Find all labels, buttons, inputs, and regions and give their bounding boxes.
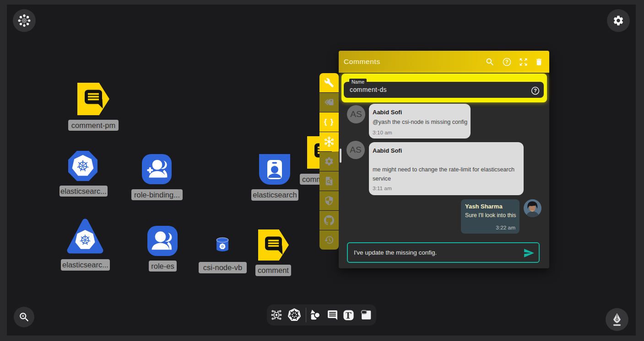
svg-text:?: ? [505,59,509,64]
svg-text:?: ? [534,88,537,93]
